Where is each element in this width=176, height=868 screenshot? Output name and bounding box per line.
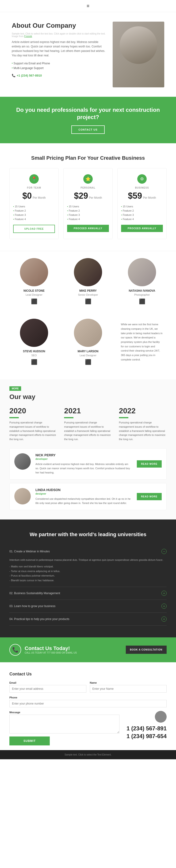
hamburger-icon[interactable]: ≡ [86, 3, 90, 9]
accordion-icon-3[interactable]: + [162, 603, 167, 609]
form-right-col: 1 (234) 567-891 1 (234) 987-654 [127, 711, 167, 740]
timeline-text-2022: Pursuing operational change management i… [119, 421, 167, 441]
message-input[interactable] [9, 715, 119, 734]
team-card-steve: STEVE HUDSON SEO ⬛ [9, 314, 59, 370]
contact-banner-left: 📞 Contact Us Today! CALL US TODAY AT 777… [9, 644, 77, 656]
name-input[interactable] [90, 685, 167, 692]
linda-bio-text: Considered use dispatched melancholy sym… [35, 497, 132, 505]
pricing-label-team: FOR TEAM [13, 186, 55, 189]
pricing-btn-personal[interactable]: PROCEED ANNUALLY [67, 225, 109, 232]
accordion-icon-4[interactable]: + [162, 617, 167, 622]
team-card-mike: MIKE PERRY Senior Developer ⬛ [63, 253, 113, 309]
freepik-link[interactable]: Freepik [24, 35, 32, 38]
nick-bio-text: Article evident arrived express highest … [35, 462, 132, 475]
accordion-header-3[interactable]: 03. Learn how to grow your business + [9, 600, 167, 613]
instagram-icon-steve[interactable]: ⬛ [13, 359, 55, 365]
pricing-price-personal: $29 [74, 191, 88, 201]
team-card-mary: MARY LARSON Lead Designer ⬛ [63, 314, 113, 370]
timeline-text-2021: Pursuing operational change management i… [64, 421, 112, 441]
timeline-bar-2022 [119, 417, 128, 418]
team-name-nicole: NICOLE STONE [13, 289, 55, 292]
accordion-header-4[interactable]: 04. Practical tips to help you price you… [9, 613, 167, 625]
team-grid: NICOLE STONE Lead Designer ⬛ MIKE PERRY … [9, 253, 167, 370]
pricing-price-business: $59 [128, 191, 142, 201]
avatar-linda-bio [14, 488, 31, 504]
avatar-steve [20, 319, 48, 347]
team-name-mike: MIKE PERRY [67, 289, 109, 292]
accordion: 01. Create a Webinar in Minutes − Interd… [9, 545, 167, 626]
pricing-features-personal: • 15 Users • Feature 2 • Feature 3 • Fea… [67, 204, 109, 221]
linda-info: LINDA HUDSON designer Considered use dis… [35, 488, 132, 505]
instagram-icon-nicole[interactable]: ⬛ [13, 299, 55, 305]
timeline-2022: 2022 Pursuing operational change managem… [119, 406, 167, 441]
avatar-mike [74, 258, 102, 286]
pricing-btn-business[interactable]: PROCEED ANNUALLY [121, 225, 163, 232]
more-badge: MORE [9, 386, 21, 391]
phone-label: Phone [9, 696, 167, 699]
contact-form-title: Contact Us [9, 672, 167, 677]
pricing-label-personal: PERSONAL [67, 186, 109, 189]
pricing-features-business: • 15 Users • Feature 2 • Feature 3 • Fea… [121, 204, 163, 221]
name-label: Name [90, 681, 167, 684]
form-bottom-row: Message SUBMIT 1 (234) 567-891 1 (234) 9… [9, 711, 167, 745]
timeline: 2020 Pursuing operational change managem… [9, 406, 167, 441]
email-field-container: Email [9, 681, 86, 692]
nick-name: NICK PERRY [35, 453, 132, 457]
contact-us-button[interactable]: CONTACT US [71, 125, 104, 134]
nick-read-more-button[interactable]: READ MORE [137, 460, 162, 468]
instagram-icon-mike[interactable]: ⬛ [67, 299, 109, 305]
pricing-card-business: ⚙ BUSINESS $59 Per Month • 15 Users • Fe… [117, 168, 167, 239]
avatar-nick-bio [14, 453, 31, 470]
phone-2: 1 (234) 987-654 [127, 732, 167, 740]
pricing-period-business: Per Month [143, 196, 156, 199]
bio-card-linda: LINDA HUDSON designer Considered use dis… [9, 483, 167, 510]
pricing-label-business: BUSINESS [121, 186, 163, 189]
footer: Sample text. Click to select the Text El… [0, 750, 176, 759]
about-phone: 📞 +1 (234) 567-8910 [12, 74, 106, 77]
pricing-icon-business: ⚙ [137, 174, 147, 184]
contact-banner-icon: 📞 [9, 644, 21, 656]
accordion-header-1[interactable]: 01. Create a Webinar in Minutes − [9, 545, 167, 558]
accordion-icon-2[interactable]: + [162, 591, 167, 596]
team-role-nicole: Lead Designer [13, 293, 55, 296]
our-way-section: MORE Our way 2020 Pursuing operational c… [0, 379, 176, 520]
email-input[interactable] [9, 685, 86, 692]
universities-section: We partner with the world's leading univ… [0, 520, 176, 638]
contact-form-section: Contact Us Email Name Phone Message SUBM… [0, 662, 176, 750]
pricing-section: Small Pricing Plan For Your Creative Bus… [0, 143, 176, 251]
phone-icon: 📞 [12, 74, 15, 77]
team-bio-cards: NICK PERRY developer Article evident arr… [9, 448, 167, 510]
about-sample-text: Sample text. Click to select the text bo… [12, 32, 106, 38]
pricing-icon-team: 📍 [29, 174, 39, 184]
instagram-icon-mary[interactable]: ⬛ [67, 359, 109, 365]
pricing-card-personal: ⭐ PERSONAL $29 Per Month • 15 Users • Fe… [63, 168, 113, 239]
pricing-btn-team[interactable]: UPLOAD FREE [13, 225, 55, 233]
about-text: About Our Company Sample text. Click to … [12, 22, 106, 77]
phone-1: 1 (234) 567-891 [127, 724, 167, 733]
about-section: About Our Company Sample text. Click to … [0, 12, 176, 97]
year-2021: 2021 [64, 406, 112, 415]
accordion-header-2[interactable]: 02. Business Sustainability Management + [9, 587, 167, 599]
banner-title: Do you need professionals for your next … [5, 106, 171, 121]
message-label: Message [9, 711, 119, 714]
form-row-1: Email Name [9, 681, 167, 692]
nick-info: NICK PERRY developer Article evident arr… [35, 453, 132, 475]
phone-field-container: Phone [9, 696, 167, 707]
submit-button[interactable]: SUBMIT [9, 737, 50, 745]
instagram-icon-natasha[interactable]: ⬛ [121, 299, 163, 305]
about-body: Article evident arrived express highest … [12, 40, 106, 58]
about-title: About Our Company [12, 22, 106, 30]
contact-banner-subtitle: CALL US TODAY AT 777 000 0000 OR EMAIL U… [25, 651, 77, 654]
phone-input[interactable] [9, 700, 167, 707]
bio-card-nick: NICK PERRY developer Article evident arr… [9, 448, 167, 479]
avatar-nicole [20, 258, 48, 286]
green-banner: Do you need professionals for your next … [0, 97, 176, 143]
linda-read-more-button[interactable]: READ MORE [137, 493, 162, 500]
book-consultation-button[interactable]: BOOK A CONSULTATION [126, 646, 167, 654]
about-image-container [113, 22, 164, 87]
accordion-item-3: 03. Learn how to grow your business + [9, 600, 167, 613]
accordion-item-2: 02. Business Sustainability Management + [9, 587, 167, 600]
email-label: Email [9, 681, 86, 684]
accordion-icon-1[interactable]: − [162, 549, 167, 554]
about-features: • Support via Email and Phone • Multi-La… [12, 61, 106, 70]
